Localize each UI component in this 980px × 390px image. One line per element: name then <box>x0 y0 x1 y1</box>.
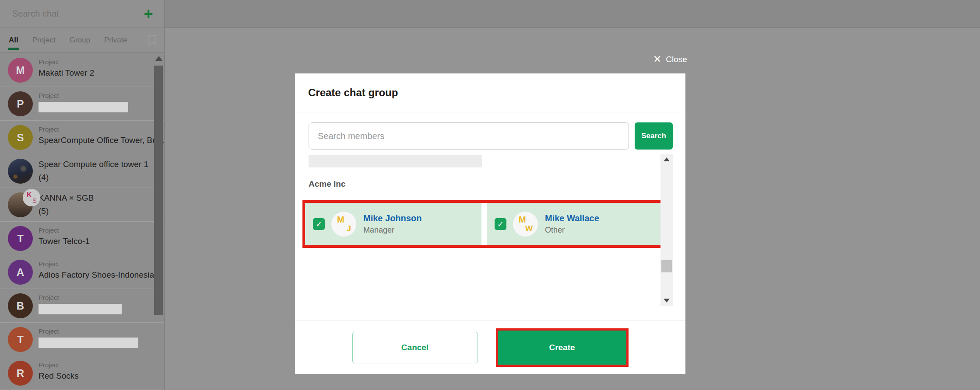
avatar-initials-badge: KS <box>23 189 40 206</box>
tab-private[interactable]: Private <box>103 29 128 52</box>
chat-name: Red Socks <box>39 369 164 381</box>
member-avatar: MW <box>513 212 538 237</box>
member-name[interactable]: Mike Wallace <box>545 213 599 223</box>
chat-name-placeholder-bar <box>39 102 128 112</box>
top-navbar <box>165 0 980 28</box>
member-checkbox[interactable]: ✓ <box>313 218 325 230</box>
modal-header: Create chat group <box>295 73 685 112</box>
chat-type-label: Project <box>39 53 164 66</box>
bookmark-icon[interactable] <box>148 35 157 46</box>
sidebar-header: + <box>0 0 164 28</box>
create-chat-group-modal: Create chat group Search Acme Inc ✓MJMik… <box>295 73 685 374</box>
create-button-annotation: Create <box>496 328 629 367</box>
chat-name: Tower Telco-1 <box>39 234 164 246</box>
chat-list-item[interactable]: Spear Compute office tower 1(4) <box>0 154 164 188</box>
members-scrollbar[interactable] <box>660 154 673 306</box>
close-icon[interactable]: ✕ <box>653 54 661 64</box>
chat-list-item[interactable]: TProject <box>0 323 164 356</box>
chat-avatar-letter: R <box>8 361 33 386</box>
member-info: Mike WallaceOther <box>545 213 599 235</box>
search-members-button[interactable]: Search <box>635 122 673 150</box>
cancel-button[interactable]: Cancel <box>352 332 478 363</box>
chat-type-label: Project <box>39 323 164 335</box>
new-chat-button[interactable]: + <box>140 5 157 23</box>
member-avatar: MJ <box>331 212 356 237</box>
chat-type-label: Project <box>39 87 164 99</box>
chat-name: Makati Tower 2 <box>39 66 164 78</box>
chat-list-item[interactable]: MProjectMakati Tower 2 <box>0 53 164 87</box>
chat-list: MProjectMakati Tower 2PProjectSProjectSp… <box>0 53 164 390</box>
chat-sidebar: + AllProjectGroupPrivate MProjectMakati … <box>0 0 165 390</box>
tab-all[interactable]: All <box>8 29 19 52</box>
chat-name-placeholder-bar <box>39 338 138 348</box>
modal-close-button[interactable]: ✕ Close <box>653 54 687 64</box>
loading-placeholder-bar <box>309 155 482 167</box>
member-card[interactable]: ✓MJMike JohnsonManager <box>305 203 481 245</box>
chat-avatar-letter: M <box>8 58 33 83</box>
chat-avatar-letter: P <box>8 91 33 116</box>
chat-list-item[interactable]: PProject <box>0 87 164 121</box>
search-members-input[interactable] <box>309 122 629 150</box>
close-label[interactable]: Close <box>666 55 687 64</box>
chat-list-item[interactable]: TProjectTower Telco-1 <box>0 222 164 255</box>
chat-member-count: (4) <box>39 169 164 182</box>
chat-avatar-photo-building <box>8 159 33 184</box>
member-role: Manager <box>363 226 422 235</box>
sidebar-scrollbar[interactable] <box>154 53 163 390</box>
search-chat-input[interactable] <box>12 9 140 19</box>
chat-list-item[interactable]: KSKANNA × SGB(5) <box>0 188 164 222</box>
chat-avatar-letter: A <box>8 260 33 285</box>
member-name[interactable]: Mike Johnson <box>363 213 422 223</box>
modal-title: Create chat group <box>308 87 398 99</box>
chat-name: Spear Compute office tower 1 <box>39 154 164 169</box>
company-group-heading: Acme Inc <box>309 179 345 189</box>
chat-member-count: (5) <box>39 203 164 216</box>
chat-type-label: Project <box>39 121 164 133</box>
chat-name: SpearCompute Office Tower, Bu… <box>39 133 164 145</box>
chat-name-placeholder-bar <box>39 304 122 314</box>
sidebar-scrollbar-thumb[interactable] <box>154 66 163 315</box>
members-scrollbar-thumb[interactable] <box>661 260 672 272</box>
selected-members-annotation: ✓MJMike JohnsonManager✓MWMike WallaceOth… <box>302 200 666 248</box>
member-card[interactable]: ✓MWMike WallaceOther <box>487 203 663 245</box>
member-search-row: Search <box>309 122 673 150</box>
tab-project[interactable]: Project <box>32 29 56 52</box>
chat-list-item[interactable]: SProjectSpearCompute Office Tower, Bu… <box>0 121 164 154</box>
chat-type-label: Project <box>39 289 164 301</box>
tab-group[interactable]: Group <box>69 29 91 52</box>
chat-avatar-letter: S <box>8 125 33 150</box>
chat-list-item[interactable]: RProjectRed Socks <box>0 356 164 390</box>
member-info: Mike JohnsonManager <box>363 213 422 235</box>
member-checkbox[interactable]: ✓ <box>495 218 506 230</box>
scroll-up-icon[interactable] <box>664 157 670 161</box>
member-role: Other <box>545 226 599 235</box>
chat-avatar-letter: B <box>8 293 33 318</box>
chat-list-item[interactable]: BProject <box>0 289 164 323</box>
chat-type-label: Project <box>39 222 164 234</box>
create-button[interactable]: Create <box>498 331 626 365</box>
chat-avatar-letter: T <box>8 226 33 251</box>
chat-type-label: Project <box>39 356 164 369</box>
sidebar-tabs: AllProjectGroupPrivate <box>0 28 164 53</box>
chat-list-item[interactable]: AProjectAdios Factory Shoes-Indonesia <box>0 255 164 289</box>
chat-avatar-letter: T <box>8 327 33 352</box>
scroll-up-icon[interactable] <box>155 56 162 61</box>
chat-name: Adios Factory Shoes-Indonesia <box>39 268 164 280</box>
scroll-down-icon[interactable] <box>664 299 670 303</box>
chat-type-label: Project <box>39 255 164 268</box>
modal-footer: Cancel Create <box>295 320 685 374</box>
chat-name: KANNA × SGB <box>39 188 164 203</box>
